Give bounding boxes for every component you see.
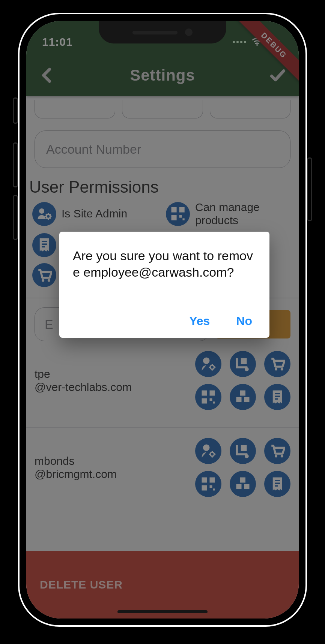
screen: 11:01 DEBUG Settings (26, 21, 299, 619)
dialog-yes-button[interactable]: Yes (189, 314, 210, 328)
phone-frame: 11:01 DEBUG Settings (18, 13, 307, 627)
dialog-no-button[interactable]: No (236, 314, 252, 328)
dialog-message: Are you sure you want to remove employee… (73, 247, 256, 280)
confirm-remove-dialog: Are you sure you want to remove employee… (59, 232, 269, 338)
